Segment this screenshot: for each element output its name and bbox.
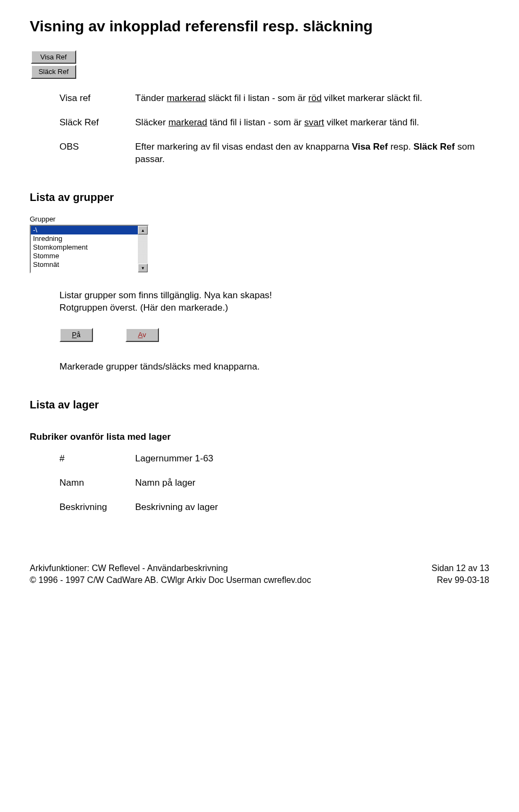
list-item[interactable]: Inredning: [31, 234, 138, 243]
footer-line: Rev 99-03-18: [431, 574, 489, 586]
lager-val: Namn på lager: [135, 477, 196, 489]
av-button[interactable]: Av: [125, 328, 159, 342]
def-term: Visa ref: [59, 92, 135, 105]
ref-definitions: Visa ref Tänder markerad släckt fil i li…: [59, 92, 489, 166]
list-item[interactable]: Stomkomplement: [31, 243, 138, 252]
grupper-label: Grupper: [30, 214, 149, 224]
grupper-listbox: Grupper -\ Inredning Stomkomplement Stom…: [30, 214, 149, 274]
footer-right: Sidan 12 av 13 Rev 99-03-18: [431, 562, 489, 586]
note-line: Rotgruppen överst. (Här den markerade.): [59, 302, 489, 314]
footer-line: Sidan 12 av 13: [431, 562, 489, 574]
lager-key: #: [59, 453, 135, 465]
lager-rows: # Lagernummer 1-63 Namn Namn på lager Be…: [59, 453, 489, 514]
footer-left: Arkivfunktioner: CW Reflevel - Användarb…: [30, 562, 311, 586]
pa-button[interactable]: På: [59, 328, 93, 342]
lager-subheading: Rubriker ovanför lista med lager: [30, 431, 489, 444]
listbox-items[interactable]: -\ Inredning Stomkomplement Stomme Stomn…: [31, 226, 138, 272]
listbox[interactable]: -\ Inredning Stomkomplement Stomme Stomn…: [30, 225, 149, 273]
lager-row: Namn Namn på lager: [59, 477, 489, 489]
lager-val: Lagernummer 1-63: [135, 453, 214, 465]
def-slack-ref: Släck Ref Släcker markerad tänd fil i li…: [59, 117, 489, 129]
list-item[interactable]: Stomnät: [31, 260, 138, 269]
on-off-buttons: På Av: [59, 328, 489, 342]
grupper-note-3: Markerade grupper tänds/släcks med knapp…: [59, 361, 489, 373]
def-desc: Efter markering av fil visas endast den …: [135, 141, 489, 166]
lager-key: Beskrivning: [59, 501, 135, 514]
ref-button-stack: Visa Ref Släck Ref: [31, 50, 489, 79]
def-visa-ref: Visa ref Tänder markerad släckt fil i li…: [59, 92, 489, 105]
visa-ref-button[interactable]: Visa Ref: [31, 50, 76, 64]
def-term: OBS: [59, 141, 135, 153]
def-obs: OBS Efter markering av fil visas endast …: [59, 141, 489, 166]
footer-line: © 1996 - 1997 C/W CadWare AB. CWlgr Arki…: [30, 574, 311, 586]
footer-line: Arkivfunktioner: CW Reflevel - Användarb…: [30, 562, 311, 574]
def-desc: Tänder markerad släckt fil i listan - so…: [135, 92, 422, 105]
note-line: Markerade grupper tänds/släcks med knapp…: [59, 361, 489, 373]
lager-val: Beskrivning av lager: [135, 501, 218, 514]
lager-key: Namn: [59, 477, 135, 489]
scroll-track[interactable]: [138, 234, 148, 264]
grupper-heading: Lista av grupper: [30, 190, 489, 205]
lager-row: Beskrivning Beskrivning av lager: [59, 501, 489, 514]
list-item[interactable]: Stomme: [31, 252, 138, 260]
def-term: Släck Ref: [59, 117, 135, 129]
scroll-down-icon[interactable]: ▾: [138, 264, 148, 272]
page-footer: Arkivfunktioner: CW Reflevel - Användarb…: [30, 562, 489, 586]
scrollbar[interactable]: ▴ ▾: [138, 226, 148, 272]
slack-ref-button[interactable]: Släck Ref: [31, 65, 76, 79]
lager-row: # Lagernummer 1-63: [59, 453, 489, 465]
scroll-up-icon[interactable]: ▴: [138, 226, 148, 234]
def-desc: Släcker markerad tänd fil i listan - som…: [135, 117, 419, 129]
page-title: Visning av inkopplad referensfil resp. s…: [30, 16, 489, 37]
grupper-notes: Listar grupper som finns tillgänglig. Ny…: [59, 290, 489, 314]
note-line: Listar grupper som finns tillgänglig. Ny…: [59, 290, 489, 302]
list-item[interactable]: -\: [31, 226, 138, 234]
lager-heading: Lista av lager: [30, 398, 489, 412]
